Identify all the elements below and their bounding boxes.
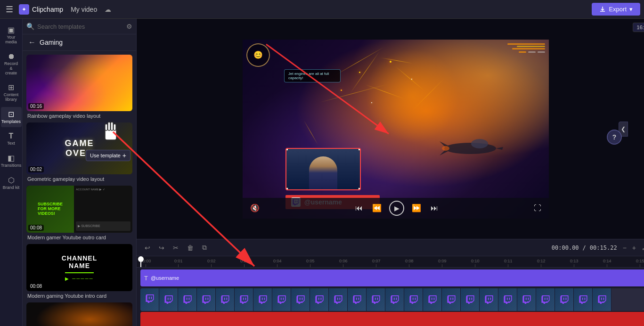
play-pause-btn[interactable]: ▶	[389, 201, 404, 216]
resize-handle-tl[interactable]	[285, 148, 288, 151]
track-frame-9	[291, 288, 310, 311]
sidebar-item-content-library[interactable]: ⊞ Content library	[1, 80, 22, 105]
top-bar: ☰ ✦ Clipchamp My video ☁ Export ▾	[0, 0, 644, 19]
webcam-person	[286, 149, 360, 189]
record-label: Record & create	[3, 62, 20, 76]
category-title: Gaming	[40, 39, 63, 46]
logo-icon: ✦	[19, 4, 29, 15]
cut-btn[interactable]: ✂	[171, 243, 181, 253]
svg-marker-1	[496, 147, 503, 150]
template-item-outro[interactable]: SUBSCRIBEFOR MOREVIDEOS! ACCOUNT NAME ▶ …	[26, 186, 132, 240]
search-icon: 🔍	[26, 23, 34, 30]
webcam-overlay[interactable]	[285, 148, 361, 190]
ruler-mark-9: 0:09	[438, 259, 447, 263]
sidebar-item-transitions[interactable]: ◧ Transitions	[1, 151, 22, 171]
template-name-2: Geometric gameplay video layout	[26, 176, 132, 182]
video-preview: 16:9	[137, 19, 644, 239]
export-icon	[599, 6, 606, 13]
content-library-icon: ⊞	[8, 83, 14, 92]
help-button[interactable]: ?	[607, 130, 622, 145]
hud-bars	[507, 43, 545, 53]
hud-circle: 😊	[246, 43, 270, 67]
speech-bubble: Jet engines are all at full capacity!	[284, 69, 341, 82]
track-overlay[interactable]	[140, 288, 644, 311]
redo-btn[interactable]: ↪	[156, 243, 167, 253]
resize-handle-bl[interactable]	[285, 187, 288, 190]
tmpl3-subscribe-text: SUBSCRIBEFOR MOREVIDEOS!	[38, 202, 63, 216]
fit-btn[interactable]: ⤢	[640, 243, 644, 253]
use-template-button[interactable]: Use template +	[86, 150, 130, 161]
ruler-mark-13: 0:13	[570, 259, 579, 263]
tmpl3-account: ACCOUNT NAME ▶ ✓	[76, 187, 130, 191]
template-name-3: Modern gamer Youtube outro card	[26, 235, 132, 240]
ruler-mark-7: 0:07	[372, 259, 381, 263]
panel-search: 🔍 ⚙	[23, 19, 136, 34]
sidebar-item-record-create[interactable]: ⏺ Record & create	[1, 49, 22, 79]
export-button[interactable]: Export ▾	[592, 3, 640, 16]
transitions-label: Transitions	[1, 163, 22, 168]
sidebar-item-templates[interactable]: ⊡ Templates	[1, 107, 22, 127]
sidebar-item-text[interactable]: T Text	[1, 129, 22, 149]
track-frame-21	[517, 288, 536, 311]
skip-to-start-btn[interactable]: ⏮	[353, 203, 365, 213]
svg-point-7	[442, 146, 449, 151]
current-time: 00:00.00	[552, 244, 579, 251]
ruler-mark-6: 0:06	[339, 259, 348, 263]
unsaved-icon: ☁	[105, 6, 111, 13]
ruler-mark-8: 0:08	[405, 259, 414, 263]
template-name-4: Modern gaming Youtube intro card	[26, 293, 132, 299]
template-duration-4: 00:08	[28, 283, 44, 289]
template-duration-1: 00:16	[28, 103, 44, 109]
zoom-controls: − + ⤢	[621, 243, 644, 253]
track-frame-20	[498, 288, 517, 311]
track-text[interactable]: T @username	[140, 269, 644, 286]
track-frame-3	[178, 288, 197, 311]
track-frame-5	[216, 288, 235, 311]
template-item-geometric[interactable]: GAME OVER 00:02 Use template + Geometric…	[26, 122, 132, 182]
template-duration-2: 00:02	[28, 166, 44, 172]
timeline-tracks[interactable]: T @username	[137, 268, 644, 326]
ruler-mark-15: 0:15	[636, 259, 644, 263]
template-item-sparks[interactable]: 00:05 Sparks gaming	[26, 302, 132, 326]
template-item-intro[interactable]: CHANNELNAME ▶ ───── 00:08 Modern gaming …	[26, 244, 132, 299]
playhead[interactable]	[140, 256, 141, 267]
copy-btn[interactable]: ⧉	[200, 242, 209, 253]
jet-silhouette	[437, 127, 503, 165]
video-canvas: 😊 Jet engines are all at full capacity!	[243, 40, 549, 219]
timeline-toolbar: ↩ ↪ ✂ 🗑 ⧉ 00:00.00 / 00:15.22 − + ⤢	[137, 239, 644, 256]
skip-to-end-btn[interactable]: ⏭	[429, 203, 440, 213]
sidebar-item-brand-kit[interactable]: ⬡ Brand kit	[1, 173, 22, 193]
sidebar-item-your-media[interactable]: ▣ Your media	[1, 23, 22, 48]
template-item-rainbow[interactable]: 00:16 Rainbow gameplay video layout	[26, 55, 132, 119]
filter-icon[interactable]: ⚙	[126, 23, 132, 30]
track-frame-17	[442, 288, 461, 311]
mute-btn[interactable]: 🔇	[248, 203, 261, 213]
track-frame-24	[574, 288, 593, 311]
back-button[interactable]: ←	[28, 38, 36, 47]
sidebar-icons: ▣ Your media ⏺ Record & create ⊞ Content…	[0, 19, 23, 326]
playhead-head	[138, 256, 144, 262]
fullscreen-btn[interactable]: ⛶	[532, 203, 543, 213]
aspect-ratio-badge: 16:9	[633, 23, 644, 32]
track-frame-7	[253, 288, 272, 311]
project-name[interactable]: My video	[67, 4, 101, 15]
track-main-video[interactable]	[140, 312, 644, 326]
undo-btn[interactable]: ↩	[142, 243, 153, 253]
brand-kit-icon: ⬡	[8, 176, 15, 185]
search-input[interactable]	[37, 23, 123, 30]
delete-btn[interactable]: 🗑	[185, 243, 196, 253]
zoom-in-btn[interactable]: +	[630, 243, 638, 253]
ruler-mark-3: 0:03	[240, 259, 249, 263]
template-thumb-sparks: 00:05	[26, 302, 132, 326]
track-frame-13	[367, 288, 385, 311]
forward-btn[interactable]: ⏩	[410, 203, 423, 213]
zoom-out-btn[interactable]: −	[621, 243, 628, 253]
playback-controls: ⏮ ⏪ ▶ ⏩ ⏭	[353, 201, 440, 216]
panel-header: ← Gaming	[23, 34, 136, 51]
ruler-mark-11: 0:11	[504, 259, 513, 263]
app-logo[interactable]: ✦ Clipchamp	[19, 4, 63, 15]
templates-icon: ⊡	[8, 110, 14, 119]
rewind-btn[interactable]: ⏪	[370, 203, 383, 213]
menu-icon[interactable]: ☰	[4, 2, 15, 16]
track-frame-4	[197, 288, 216, 311]
